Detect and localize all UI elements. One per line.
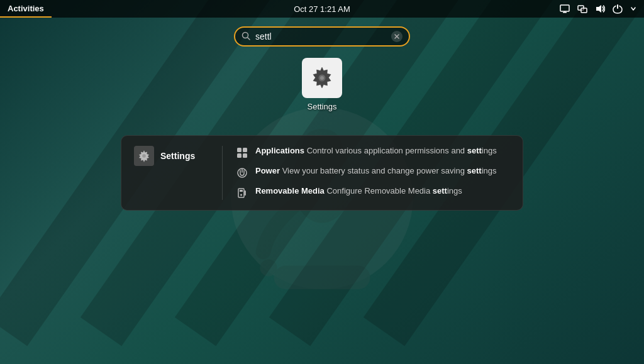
clock: Oct 27 1:21 AM: [294, 4, 350, 14]
results-app-entry[interactable]: Settings: [134, 146, 222, 166]
search-box: [234, 26, 410, 47]
svg-rect-26: [240, 190, 243, 192]
result-item-power[interactable]: Power View your battery status and chang…: [235, 166, 510, 180]
applications-text: Applications Control various application…: [255, 146, 497, 157]
svg-point-18: [142, 154, 146, 158]
svg-point-16: [320, 76, 324, 80]
applications-desc: Control various application permissions …: [307, 146, 497, 155]
app-icon-label: Settings: [308, 102, 337, 111]
applications-title: Applications: [255, 146, 304, 155]
search-icon: [242, 31, 250, 42]
screen-icon[interactable]: [557, 3, 572, 15]
svg-rect-28: [244, 190, 246, 196]
power-text: Power View your battery status and chang…: [255, 166, 497, 177]
topbar: Activities Oct 27 1:21 AM: [0, 0, 644, 18]
svg-rect-22: [243, 153, 247, 158]
svg-point-3: [260, 259, 277, 276]
result-item-removable-media[interactable]: Removable Media Configure Removable Medi…: [235, 186, 510, 200]
removable-media-desc: Configure Removable Media settings: [326, 186, 462, 196]
window-icon[interactable]: [575, 3, 590, 15]
dropdown-arrow-icon[interactable]: [628, 4, 639, 13]
results-sub-items: Applications Control various application…: [222, 146, 510, 200]
search-container: [234, 26, 410, 47]
volume-icon[interactable]: [592, 3, 608, 15]
removable-media-icon: [235, 186, 249, 200]
settings-app-icon[interactable]: [302, 58, 342, 98]
search-clear-button[interactable]: [391, 31, 402, 42]
result-item-applications[interactable]: Applications Control various application…: [235, 146, 510, 160]
svg-rect-21: [237, 153, 242, 158]
search-input[interactable]: [255, 31, 386, 41]
activities-button[interactable]: Activities: [0, 0, 52, 18]
results-app-name: Settings: [160, 151, 195, 161]
svg-rect-4: [560, 5, 569, 11]
results-inner: Settings Applications Control various ap…: [134, 146, 510, 200]
app-icon-result: Settings: [302, 58, 342, 111]
svg-rect-2: [274, 265, 370, 289]
power-title: Power: [255, 166, 280, 175]
results-panel: Settings Applications Control various ap…: [121, 135, 523, 211]
results-settings-icon: [134, 146, 154, 166]
activities-label: Activities: [8, 4, 44, 13]
power-item-icon: [235, 166, 249, 180]
power-icon[interactable]: [610, 3, 625, 15]
topbar-right-icons: [557, 3, 644, 15]
svg-rect-5: [563, 12, 567, 13]
svg-marker-9: [596, 5, 601, 13]
svg-line-11: [248, 37, 250, 40]
svg-rect-19: [237, 148, 242, 152]
removable-media-title: Removable Media: [255, 186, 325, 196]
removable-media-text: Removable Media Configure Removable Medi…: [255, 186, 462, 197]
power-desc: View your battery status and change powe…: [282, 166, 497, 175]
applications-icon: [235, 146, 249, 160]
svg-rect-20: [243, 148, 247, 152]
svg-rect-8: [581, 8, 587, 13]
svg-point-27: [240, 194, 242, 196]
